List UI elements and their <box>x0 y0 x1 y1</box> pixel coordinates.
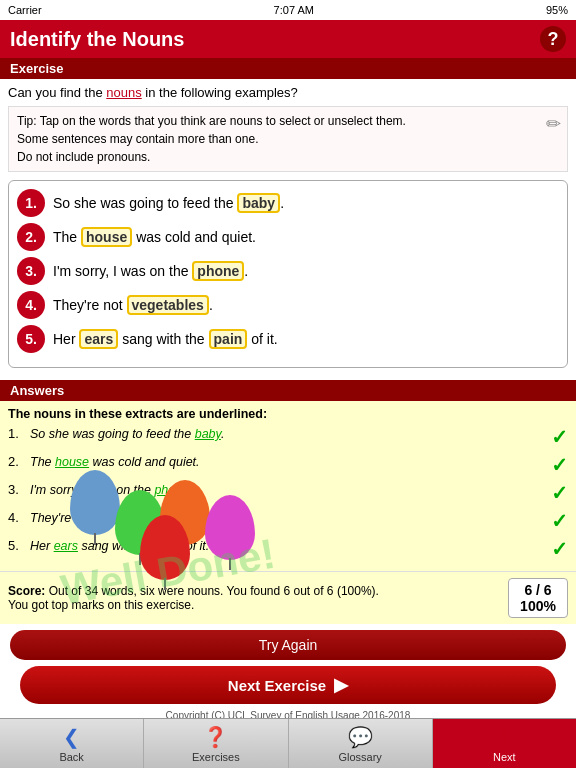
score-label: Score: Out of 34 words, six were nouns. … <box>8 584 379 598</box>
score-area: Score: Out of 34 words, six were nouns. … <box>0 571 576 624</box>
answers-note: The nouns in these extracts are underlin… <box>8 407 568 421</box>
tip-line3: Do not include pronouns. <box>17 148 559 166</box>
nav-exercises[interactable]: ❓ Exercises <box>144 719 288 768</box>
sentence-row: 4. They're not vegetables. <box>17 291 559 319</box>
sentence-row: 2. The house was cold and quiet. <box>17 223 559 251</box>
sentence-num-5: 5. <box>17 325 45 353</box>
answer-num-1: 1. <box>8 425 30 441</box>
back-icon: ❮ <box>63 725 80 749</box>
answer-underlined-house: house <box>55 455 89 469</box>
nav-glossary[interactable]: 💬 Glossary <box>289 719 433 768</box>
answer-underlined-pain: pain <box>159 539 183 553</box>
checkmark-5: ✓ <box>551 537 568 561</box>
exercises-icon: ❓ <box>203 725 228 749</box>
time-text: 7:07 AM <box>274 4 314 16</box>
answer-num-2: 2. <box>8 453 30 469</box>
answer-underlined-ears: ears <box>54 539 78 553</box>
sentence-num-1: 1. <box>17 189 45 217</box>
score-box: 6 / 6 100% <box>508 578 568 618</box>
top-marks-text: You got top marks on this exercise. <box>8 598 194 612</box>
nav-back-label: Back <box>59 751 83 763</box>
answer-row: 1. So she was going to feed the baby. ✓ <box>8 425 568 449</box>
sentences-area: 1. So she was going to feed the baby. 2.… <box>8 180 568 368</box>
exercise-label: Exercise <box>0 58 576 79</box>
checkmark-4: ✓ <box>551 509 568 533</box>
sentence-row: 3. I'm sorry, I was on the phone. <box>17 257 559 285</box>
answers-label: Answers <box>0 380 576 401</box>
next-exercise-arrow-icon: ▶ <box>334 674 348 696</box>
answer-underlined-phone: phone <box>154 483 189 497</box>
sentence-text-5: Her ears sang with the pain of it. <box>53 328 278 350</box>
sentence-row: 1. So she was going to feed the baby. <box>17 189 559 217</box>
highlighted-ears[interactable]: ears <box>79 329 118 349</box>
sentence-text-1: So she was going to feed the baby. <box>53 192 284 214</box>
sentence-num-4: 4. <box>17 291 45 319</box>
highlighted-house[interactable]: house <box>81 227 132 247</box>
main-content: Can you find the nouns in the following … <box>0 79 576 380</box>
try-again-button[interactable]: Try Again <box>10 630 566 660</box>
answer-row: 3. I'm sorry, I was on the phone. ✓ <box>8 481 568 505</box>
carrier-text: Carrier <box>8 4 42 16</box>
nav-glossary-label: Glossary <box>338 751 381 763</box>
next-exercise-button[interactable]: Next Exercise ▶ <box>20 666 556 704</box>
nav-next-label: Next <box>493 751 516 763</box>
score-fraction: 6 / 6 <box>517 582 559 598</box>
keyword-nouns: nouns <box>106 85 141 100</box>
bottom-nav: ❮ Back ❓ Exercises 💬 Glossary ❯ Next <box>0 718 576 768</box>
page-title: Identify the Nouns <box>10 28 184 51</box>
tip-line2: Some sentences may contain more than one… <box>17 130 559 148</box>
highlighted-pain[interactable]: pain <box>209 329 248 349</box>
answer-text-4: They're not vegetables. <box>30 509 547 528</box>
answer-num-4: 4. <box>8 509 30 525</box>
answer-text-3: I'm sorry, I was on the phone. <box>30 481 547 500</box>
sentence-row: 5. Her ears sang with the pain of it. <box>17 325 559 353</box>
instruction: Can you find the nouns in the following … <box>8 85 568 100</box>
highlighted-baby[interactable]: baby <box>237 193 280 213</box>
nav-exercises-label: Exercises <box>192 751 240 763</box>
answer-underlined-baby: baby <box>195 427 221 441</box>
answer-row: 2. The house was cold and quiet. ✓ <box>8 453 568 477</box>
pencil-icon: ✏ <box>546 111 561 138</box>
status-bar: Carrier 7:07 AM 95% <box>0 0 576 20</box>
help-button[interactable]: ? <box>540 26 566 52</box>
sentence-text-3: I'm sorry, I was on the phone. <box>53 260 248 282</box>
checkmark-2: ✓ <box>551 453 568 477</box>
answer-underlined-vegetables: vegetables <box>96 511 156 525</box>
sentence-text-2: The house was cold and quiet. <box>53 226 256 248</box>
answers-area: The nouns in these extracts are underlin… <box>0 401 576 571</box>
highlighted-vegetables[interactable]: vegetables <box>127 295 209 315</box>
highlighted-phone[interactable]: phone <box>192 261 244 281</box>
tip-box: ✏ Tip: Tap on the words that you think a… <box>8 106 568 172</box>
battery-text: 95% <box>546 4 568 16</box>
nav-back[interactable]: ❮ Back <box>0 719 144 768</box>
next-exercise-label: Next Exercise <box>228 677 326 694</box>
answer-num-3: 3. <box>8 481 30 497</box>
glossary-icon: 💬 <box>348 725 373 749</box>
sentence-text-4: They're not vegetables. <box>53 294 213 316</box>
answer-row: 4. They're not vegetables. ✓ <box>8 509 568 533</box>
answer-text-1: So she was going to feed the baby. <box>30 425 547 444</box>
checkmark-1: ✓ <box>551 425 568 449</box>
answer-row: 5. Her ears sang with the pain of it. ✓ <box>8 537 568 561</box>
tip-line1: Tip: Tap on the words that you think are… <box>17 112 559 130</box>
next-icon: ❯ <box>496 725 513 749</box>
answer-num-5: 5. <box>8 537 30 553</box>
score-percent: 100% <box>517 598 559 614</box>
nav-next[interactable]: ❯ Next <box>433 719 576 768</box>
score-text: Score: Out of 34 words, six were nouns. … <box>8 584 508 612</box>
sentence-num-3: 3. <box>17 257 45 285</box>
checkmark-3: ✓ <box>551 481 568 505</box>
answer-text-2: The house was cold and quiet. <box>30 453 547 472</box>
sentence-num-2: 2. <box>17 223 45 251</box>
answer-text-5: Her ears sang with the pain of it. <box>30 537 547 556</box>
header: Identify the Nouns ? <box>0 20 576 58</box>
